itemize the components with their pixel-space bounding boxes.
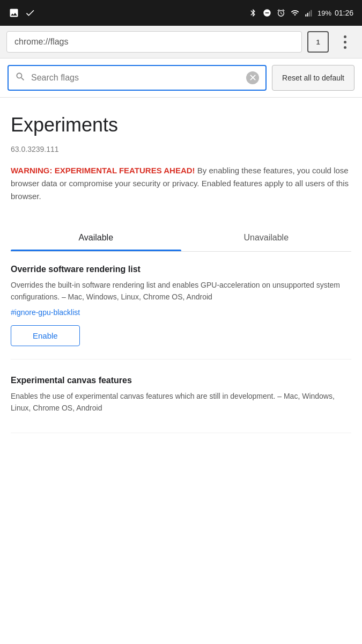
search-input-wrapper: ✕ bbox=[8, 65, 267, 91]
alarm-icon bbox=[276, 8, 286, 18]
warning-block: WARNING: EXPERIMENTAL FEATURES AHEAD! By… bbox=[11, 164, 351, 203]
check-icon bbox=[25, 8, 35, 18]
feature-title-canvas: Experimental canvas features bbox=[11, 376, 351, 385]
url-bar[interactable]: chrome://flags bbox=[6, 31, 302, 53]
search-bar-container: ✕ Reset all to default bbox=[0, 58, 362, 98]
warning-label: WARNING: EXPERIMENTAL FEATURES AHEAD! bbox=[11, 166, 195, 175]
feature-desc-gpu: Overrides the built-in software renderin… bbox=[11, 280, 351, 303]
tab-available[interactable]: Available bbox=[11, 224, 181, 251]
svg-rect-3 bbox=[311, 10, 312, 17]
feature-desc-canvas: Enables the use of experimental canvas f… bbox=[11, 391, 351, 414]
status-bar: 19% 01:26 bbox=[0, 0, 362, 26]
tab-unavailable[interactable]: Unavailable bbox=[181, 224, 352, 251]
enable-button-gpu[interactable]: Enable bbox=[11, 325, 80, 346]
tab-count: 1 bbox=[316, 38, 320, 46]
svg-rect-1 bbox=[307, 13, 308, 17]
tab-count-button[interactable]: 1 bbox=[307, 31, 329, 53]
photo-icon bbox=[9, 8, 19, 18]
svg-rect-2 bbox=[309, 11, 310, 16]
more-options-button[interactable] bbox=[334, 31, 356, 53]
menu-dot-1 bbox=[344, 35, 346, 38]
battery-percentage: 19% bbox=[317, 9, 331, 17]
search-input[interactable] bbox=[31, 73, 241, 83]
feature-item-canvas: Experimental canvas features Enables the… bbox=[11, 376, 351, 433]
url-text: chrome://flags bbox=[14, 37, 68, 47]
menu-dot-3 bbox=[344, 46, 346, 49]
feature-title-gpu: Override software rendering list bbox=[11, 265, 351, 274]
wifi-icon bbox=[290, 8, 300, 18]
signal-icon bbox=[304, 8, 314, 18]
time-display: 01:26 bbox=[335, 9, 353, 17]
browser-chrome: chrome://flags 1 bbox=[0, 26, 362, 58]
main-content: Experiments 63.0.3239.111 WARNING: EXPER… bbox=[0, 98, 362, 460]
search-icon bbox=[15, 71, 26, 84]
status-bar-right: 19% 01:26 bbox=[248, 8, 353, 18]
reset-all-button[interactable]: Reset all to default bbox=[272, 65, 354, 91]
status-bar-left bbox=[9, 8, 35, 18]
clear-search-button[interactable]: ✕ bbox=[246, 71, 259, 84]
bluetooth-icon bbox=[248, 8, 258, 18]
feature-link-gpu[interactable]: #ignore-gpu-blacklist bbox=[11, 308, 351, 317]
version-text: 63.0.3239.111 bbox=[11, 145, 351, 153]
page-title: Experiments bbox=[11, 114, 351, 136]
menu-dot-2 bbox=[344, 41, 346, 43]
feature-item-gpu: Override software rendering list Overrid… bbox=[11, 265, 351, 360]
tabs-container: Available Unavailable bbox=[11, 224, 351, 252]
svg-rect-0 bbox=[305, 14, 306, 17]
do-not-disturb-icon bbox=[262, 8, 272, 18]
